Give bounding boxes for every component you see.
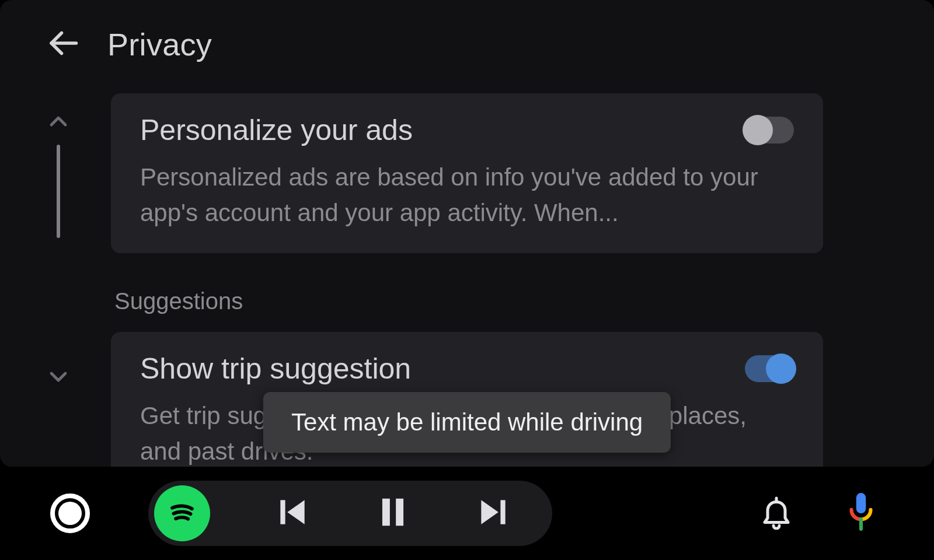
notifications-button[interactable] — [759, 495, 794, 532]
scroll-up-button[interactable] — [41, 105, 76, 140]
svg-rect-2 — [382, 499, 390, 526]
scroll-track[interactable] — [57, 145, 60, 238]
pause-icon — [375, 494, 411, 533]
skip-previous-icon — [274, 494, 311, 533]
scroll-indicator — [35, 105, 82, 396]
media-controls — [148, 481, 552, 546]
settings-surface: Privacy Personalize your ads — [0, 0, 934, 467]
toggle-personalize-ads[interactable] — [745, 117, 794, 144]
section-header-suggestions: Suggestions — [111, 276, 823, 332]
google-mic-icon — [846, 524, 876, 534]
page-title: Privacy — [107, 26, 212, 62]
media-previous-button[interactable] — [274, 494, 311, 533]
toggle-knob — [766, 354, 796, 384]
media-source-button[interactable] — [154, 485, 210, 541]
scroll-down-button[interactable] — [41, 360, 76, 396]
setting-personalize-ads[interactable]: Personalize your ads Personalized ads ar… — [111, 93, 823, 253]
back-button[interactable] — [42, 23, 84, 65]
nav-right-cluster — [759, 492, 934, 535]
skip-next-icon — [475, 494, 511, 533]
svg-rect-1 — [280, 500, 285, 524]
svg-rect-4 — [500, 500, 505, 524]
setting-title: Personalize your ads — [140, 113, 413, 147]
chevron-up-icon — [44, 107, 72, 138]
toggle-trip-suggestion[interactable] — [745, 355, 794, 382]
voice-mic-button[interactable] — [846, 492, 876, 535]
toggle-knob — [743, 115, 773, 145]
setting-title: Show trip suggestion — [140, 352, 411, 386]
arrow-left-icon — [46, 26, 81, 63]
scroll-thumb[interactable] — [57, 145, 60, 238]
assistant-icon — [50, 494, 90, 533]
driving-toast: Text may be limited while driving — [263, 392, 671, 453]
screen-root: Privacy Personalize your ads — [0, 0, 934, 560]
media-playpause-button[interactable] — [375, 494, 411, 533]
media-next-button[interactable] — [475, 494, 511, 533]
setting-subtitle: Personalized ads are based on info you'v… — [140, 160, 759, 231]
navigation-bar — [0, 467, 934, 560]
bell-icon — [759, 522, 794, 531]
chevron-down-icon — [44, 363, 72, 393]
spotify-icon — [165, 495, 199, 531]
nav-assistant-button[interactable] — [0, 494, 140, 533]
svg-rect-3 — [396, 499, 403, 526]
screen-header: Privacy — [0, 0, 934, 77]
svg-rect-6 — [856, 493, 866, 513]
